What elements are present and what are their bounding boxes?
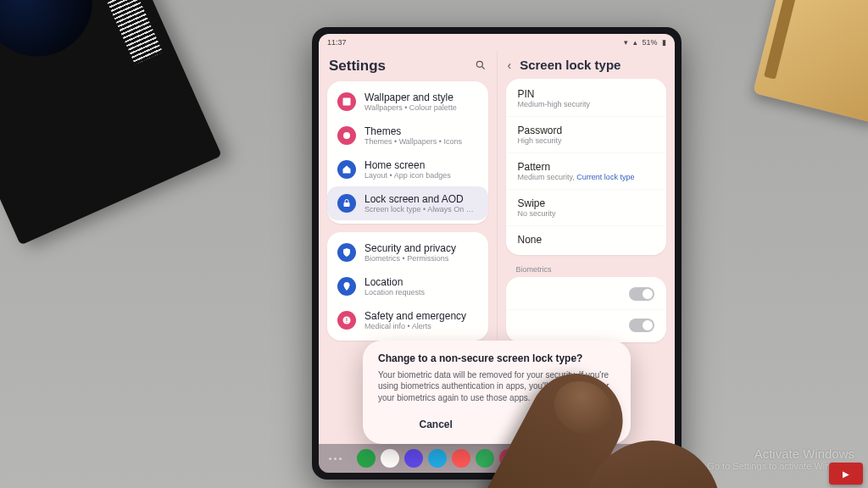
cancel-button[interactable]: Cancel (415, 413, 455, 435)
option-title: Swipe (518, 197, 655, 209)
channel-badge: ▶ (829, 463, 863, 485)
lock-option-pin[interactable]: PINMedium-high security (506, 80, 667, 116)
taskbar-menu-icon[interactable] (329, 458, 342, 460)
option-subtitle: No security (518, 209, 655, 218)
settings-group: Wallpaper and styleWallpapers • Colour p… (327, 81, 488, 224)
wooden-object (753, 0, 868, 124)
wallpaper-icon (337, 92, 356, 111)
product-box: Galaxy Z Fold6 (0, 0, 222, 245)
lock-option-pattern[interactable]: PatternMedium security, Current lock typ… (506, 152, 667, 189)
row-subtitle: Medical info • Alerts (364, 322, 466, 330)
row-title: Themes (364, 125, 462, 137)
row-title: Safety and emergency (364, 310, 466, 322)
sidebar-item-home[interactable]: Home screenLayout • App icon badges (327, 152, 488, 186)
lock-option-swipe[interactable]: SwipeNo security (506, 189, 667, 225)
svg-rect-4 (344, 202, 350, 207)
svg-point-3 (343, 132, 350, 139)
row-text: LocationLocation requests (364, 276, 425, 297)
biometrics-label: Biometrics (503, 263, 670, 277)
row-subtitle: Biometrics • Permissions (364, 254, 456, 263)
back-icon[interactable]: ‹ (508, 58, 512, 72)
biometric-toggle-1[interactable] (506, 309, 667, 341)
status-time: 11:37 (327, 38, 347, 47)
svg-rect-6 (347, 318, 348, 321)
taskbar-app-3[interactable] (428, 449, 447, 468)
status-bar: 11:37 ▾ ▴ 51% ▮ (319, 34, 675, 51)
sidebar-item-lock[interactable]: Lock screen and AODScreen lock type • Al… (327, 186, 488, 220)
option-title: PIN (518, 88, 655, 100)
battery-label: 51% (642, 38, 657, 47)
barcode (86, 0, 163, 64)
sidebar-item-location[interactable]: LocationLocation requests (327, 269, 488, 303)
svg-point-0 (476, 61, 482, 67)
svg-rect-2 (343, 98, 351, 106)
option-title: None (518, 234, 655, 246)
taskbar-app-1[interactable] (381, 449, 399, 468)
product-box-art (0, 0, 110, 74)
detail-title: Screen lock type (520, 58, 620, 72)
row-title: Lock screen and AOD (364, 193, 478, 205)
biometric-toggle-0[interactable] (506, 279, 667, 309)
row-text: ThemesThemes • Wallpapers • Icons (364, 125, 462, 146)
sidebar-item-wallpaper[interactable]: Wallpaper and styleWallpapers • Colour p… (327, 85, 488, 119)
option-subtitle: Medium security, Current lock type (518, 173, 655, 181)
taskbar-app-4[interactable] (452, 449, 470, 468)
home-icon (337, 160, 356, 179)
sidebar-item-themes[interactable]: ThemesThemes • Wallpapers • Icons (327, 119, 488, 152)
svg-line-1 (481, 66, 484, 69)
device-frame: 11:37 ▾ ▴ 51% ▮ Settings (312, 27, 682, 480)
status-right: ▾ ▴ 51% ▮ (621, 38, 666, 47)
row-title: Security and privacy (364, 242, 456, 254)
sidebar-item-shield[interactable]: Security and privacyBiometrics • Permiss… (327, 236, 488, 269)
row-text: Wallpaper and styleWallpapers • Colour p… (364, 92, 457, 112)
detail-header: ‹ Screen lock type (498, 51, 676, 75)
option-subtitle: High security (518, 136, 655, 145)
taskbar-app-0[interactable] (357, 449, 376, 468)
shield-icon (337, 243, 356, 262)
option-title: Password (518, 125, 655, 136)
row-text: Lock screen and AODScreen lock type • Al… (364, 193, 478, 214)
row-title: Location (364, 276, 425, 288)
lock-option-password[interactable]: PasswordHigh security (506, 116, 667, 152)
row-subtitle: Wallpapers • Colour palette (364, 103, 457, 112)
row-text: Home screenLayout • App icon badges (364, 159, 451, 180)
scene: Galaxy Z Fold6 11:37 ▾ ▴ 51% ▮ Settings (0, 0, 868, 488)
lock-icon (337, 194, 356, 213)
taskbar-app-2[interactable] (404, 449, 423, 468)
toggle-switch[interactable] (629, 319, 654, 332)
battery-icon: ▮ (662, 38, 666, 47)
row-title: Home screen (364, 159, 451, 171)
dialog-title: Change to a non-secure screen lock type? (378, 352, 615, 364)
taskbar-app-5[interactable] (476, 449, 494, 468)
toggle-switch[interactable] (629, 287, 654, 301)
signal-icon: ▴ (633, 38, 637, 47)
row-subtitle: Location requests (364, 288, 425, 297)
sidebar-item-safety[interactable]: Safety and emergencyMedical info • Alert… (327, 303, 488, 337)
search-icon[interactable] (475, 59, 487, 74)
watermark-line1: Activate Windows (707, 446, 854, 461)
safety-icon (337, 311, 356, 330)
lock-option-none[interactable]: None (506, 225, 667, 253)
settings-group: Security and privacyBiometrics • Permiss… (327, 232, 488, 341)
location-icon (337, 277, 356, 296)
settings-title: Settings (329, 58, 386, 75)
themes-icon (337, 126, 356, 145)
svg-rect-7 (347, 322, 348, 323)
device-screen: 11:37 ▾ ▴ 51% ▮ Settings (319, 34, 675, 473)
option-title: Pattern (518, 161, 655, 173)
row-subtitle: Themes • Wallpapers • Icons (364, 137, 462, 146)
row-text: Safety and emergencyMedical info • Alert… (364, 310, 466, 330)
lock-options-card: PINMedium-high securityPasswordHigh secu… (506, 79, 667, 255)
wifi-icon: ▾ (624, 38, 628, 47)
row-subtitle: Screen lock type • Always On Display (364, 205, 478, 214)
row-subtitle: Layout • App icon badges (364, 171, 451, 180)
settings-header: Settings (319, 51, 497, 78)
biometrics-card (506, 277, 667, 342)
row-text: Security and privacyBiometrics • Permiss… (364, 242, 456, 263)
option-subtitle: Medium-high security (518, 100, 655, 108)
row-title: Wallpaper and style (364, 92, 457, 103)
